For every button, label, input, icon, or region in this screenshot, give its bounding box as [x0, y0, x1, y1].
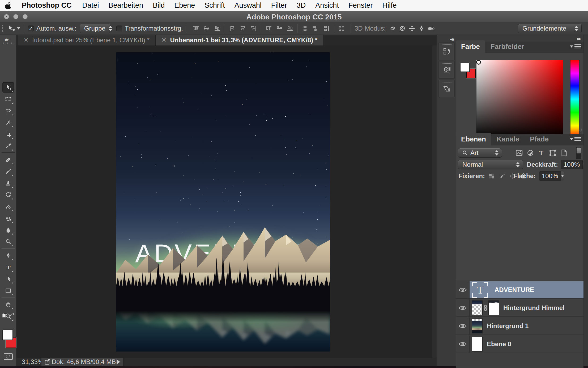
- document-tab-unbenannt[interactable]: ✕ Unbenannt-1 bei 31,3% (ADVENTURE, CMYK…: [156, 35, 323, 45]
- foreground-color-swatch[interactable]: [2, 329, 13, 340]
- dock-collapse-icon[interactable]: ▸▸: [577, 35, 580, 42]
- filter-kind-smartobject-icon[interactable]: [560, 149, 567, 156]
- lock-transparency-icon[interactable]: [488, 173, 495, 179]
- menu-item-bearbeiten[interactable]: Bearbeiten: [104, 1, 148, 10]
- distribute-vertical-centers-icon[interactable]: [274, 24, 285, 33]
- magic-wand-tool[interactable]: [2, 117, 14, 128]
- 3d-pan-icon[interactable]: [408, 25, 415, 32]
- properties-panel-button[interactable]: [438, 61, 455, 79]
- zoom-level-field[interactable]: 31,33%: [22, 358, 38, 366]
- color-panel-menu-icon[interactable]: [570, 44, 581, 48]
- layer-mask-thumbnail[interactable]: [488, 300, 499, 315]
- layer-row-hintergrund-himmel[interactable]: Hintergrund Himmel: [456, 299, 583, 317]
- canvas-area[interactable]: ADVENTURE: [16, 45, 437, 358]
- lasso-tool[interactable]: [2, 106, 14, 116]
- blend-mode-dropdown[interactable]: Normal: [458, 160, 523, 169]
- apple-menu-icon[interactable]: [0, 1, 17, 9]
- type-layer-thumbnail[interactable]: T: [472, 282, 488, 298]
- libraries-panel-button[interactable]: [438, 80, 455, 97]
- filter-kind-shape-icon[interactable]: [549, 149, 556, 156]
- visibility-toggle[interactable]: [456, 281, 470, 298]
- visibility-toggle[interactable]: [456, 299, 470, 316]
- menu-item-bild[interactable]: Bild: [148, 1, 169, 10]
- hand-tool[interactable]: [2, 299, 14, 310]
- distribute-bottom-edges-icon[interactable]: [285, 24, 295, 33]
- color-picker-marker[interactable]: [476, 60, 481, 65]
- fill-value[interactable]: 100%: [539, 171, 562, 181]
- document-tab-tutorial[interactable]: ✕ tutorial.psd bei 25% (Ebene 1, CMYK/8)…: [18, 35, 156, 45]
- status-menu-arrow-icon[interactable]: [117, 359, 120, 365]
- workspace-dropdown[interactable]: Grundelemente: [518, 24, 582, 33]
- menu-item-hilfe[interactable]: Hilfe: [377, 1, 401, 10]
- menu-item-filter[interactable]: Filter: [266, 1, 292, 10]
- layer-thumbnail[interactable]: [472, 337, 483, 352]
- align-top-edges-icon[interactable]: [191, 24, 201, 33]
- align-left-edges-icon[interactable]: [227, 24, 238, 33]
- document-canvas[interactable]: ADVENTURE: [116, 52, 330, 352]
- window-title-bar[interactable]: Adobe Photoshop CC 2015: [0, 11, 588, 22]
- tab-kanaele[interactable]: Kanäle: [491, 133, 525, 145]
- filter-toggle[interactable]: [576, 147, 581, 159]
- layer-row-adventure[interactable]: T ADVENTURE: [456, 281, 583, 299]
- filter-kind-image-icon[interactable]: [516, 149, 523, 156]
- options-bar-grip[interactable]: [2, 25, 3, 32]
- distribute-horizontal-centers-icon[interactable]: [310, 24, 321, 33]
- share-icon[interactable]: [45, 359, 51, 365]
- align-bottom-edges-icon[interactable]: [212, 24, 223, 33]
- layers-panel-menu-icon[interactable]: [570, 137, 581, 141]
- eyedropper-tool[interactable]: [2, 141, 14, 151]
- menu-item-auswahl[interactable]: Auswahl: [230, 1, 266, 10]
- distribute-left-edges-icon[interactable]: [300, 24, 310, 33]
- layer-row-ebene-0[interactable]: Ebene 0: [456, 336, 583, 353]
- tab-ebenen[interactable]: Ebenen: [456, 133, 491, 145]
- distribute-top-edges-icon[interactable]: [263, 24, 274, 33]
- strip-expand-icon[interactable]: ◂◂: [450, 36, 453, 42]
- tab-farbe[interactable]: Farbe: [456, 40, 485, 53]
- type-tool[interactable]: T: [2, 262, 14, 273]
- eraser-tool[interactable]: [2, 201, 14, 212]
- menu-item-3d[interactable]: 3D: [292, 1, 311, 10]
- document-info-segment[interactable]: Dok: 46,6 MB/90,4 MB: [41, 358, 123, 366]
- healing-brush-tool[interactable]: [2, 154, 14, 165]
- layer-thumbnail[interactable]: [472, 319, 483, 333]
- 3d-slide-icon[interactable]: [418, 25, 425, 32]
- menu-item-photoshop[interactable]: Photoshop CC: [17, 1, 77, 10]
- pen-tool[interactable]: [2, 250, 14, 261]
- toolbox-grip[interactable]: [3, 42, 14, 44]
- path-selection-tool[interactable]: [2, 274, 14, 284]
- toolbox-expand-icon[interactable]: ▸▸: [5, 36, 8, 43]
- layer-row-hintergrund-1[interactable]: Hintergrund 1: [456, 317, 583, 335]
- distribute-spacing-icon[interactable]: [336, 24, 347, 33]
- auto-select-dropdown[interactable]: Gruppe: [80, 24, 110, 33]
- menu-item-ebene[interactable]: Ebene: [169, 1, 200, 10]
- tool-preset-move-icon[interactable]: [7, 24, 15, 32]
- align-vertical-centers-icon[interactable]: [201, 24, 212, 33]
- canvas-vertical-scrollbar[interactable]: [432, 45, 437, 358]
- align-horizontal-centers-icon[interactable]: [238, 24, 248, 33]
- color-saturation-field[interactable]: [476, 60, 563, 139]
- history-panel-button[interactable]: [438, 43, 455, 60]
- menu-item-datei[interactable]: Datei: [77, 1, 104, 10]
- mask-link-icon[interactable]: [483, 305, 488, 311]
- align-right-edges-icon[interactable]: [248, 24, 259, 33]
- move-tool[interactable]: [2, 82, 14, 93]
- tab-farbfelder[interactable]: Farbfelder: [485, 40, 530, 53]
- crop-tool[interactable]: [2, 129, 14, 140]
- paint-bucket-tool[interactable]: [2, 213, 14, 224]
- lock-pixels-icon[interactable]: [499, 173, 506, 179]
- dodge-tool[interactable]: [2, 236, 14, 247]
- close-tab-icon[interactable]: ✕: [161, 37, 166, 44]
- clone-stamp-tool[interactable]: [2, 178, 14, 189]
- 3d-orbit-icon[interactable]: [389, 25, 396, 32]
- distribute-right-edges-icon[interactable]: [321, 24, 332, 33]
- menu-item-ansicht[interactable]: Ansicht: [310, 1, 344, 10]
- filter-kind-type-icon[interactable]: T: [538, 149, 545, 156]
- transform-controls-checkbox[interactable]: [116, 26, 122, 31]
- auto-select-checkbox[interactable]: ✓: [28, 26, 34, 31]
- filter-kind-adjustment-icon[interactable]: [527, 149, 534, 156]
- history-brush-tool[interactable]: [2, 190, 14, 200]
- visibility-toggle[interactable]: [456, 336, 470, 353]
- menu-item-schrift[interactable]: Schrift: [200, 1, 230, 10]
- rectangle-tool[interactable]: [2, 285, 14, 296]
- hue-ramp[interactable]: [570, 60, 580, 139]
